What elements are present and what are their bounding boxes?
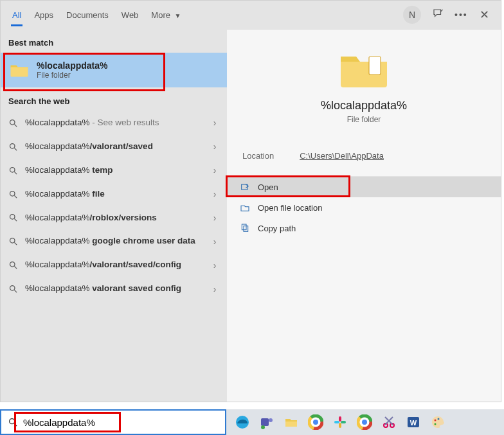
- details-column: %localappdata% File folder Location C:\U…: [227, 29, 501, 402]
- action-icon: [240, 202, 250, 213]
- svg-point-46: [435, 423, 437, 425]
- svg-line-3: [14, 148, 17, 150]
- detail-title: %localappdata%: [240, 99, 488, 112]
- svg-line-11: [14, 243, 17, 245]
- results-column: Best match %localappdata% File folder Se…: [1, 29, 227, 402]
- svg-point-30: [313, 420, 318, 425]
- web-result-item[interactable]: %localappdata%/valorant/saved›: [1, 135, 227, 159]
- feedback-icon[interactable]: [431, 8, 444, 22]
- svg-rect-32: [334, 421, 339, 423]
- web-result-item[interactable]: %localappdata%/roblox/versions›: [1, 206, 227, 230]
- location-label: Location: [242, 151, 274, 161]
- tab-documents[interactable]: Documents: [60, 4, 115, 26]
- search-web-header: Search the web: [1, 87, 227, 111]
- web-results-list: %localappdata% - See web results›%locala…: [1, 111, 227, 301]
- web-result-text: %localappdata% google chrome user data: [25, 236, 204, 247]
- web-result-item[interactable]: %localappdata%/valorant/saved/config›: [1, 253, 227, 277]
- taskbar-chrome-alt-icon[interactable]: [355, 413, 374, 432]
- taskbar-paint-icon[interactable]: [428, 413, 447, 432]
- chevron-right-icon[interactable]: ›: [210, 260, 219, 271]
- web-result-item[interactable]: %localappdata% - See web results›: [1, 111, 227, 135]
- best-match-header: Best match: [1, 29, 227, 53]
- taskbar-slack-icon[interactable]: [330, 413, 350, 432]
- chevron-right-icon[interactable]: ›: [210, 236, 219, 247]
- svg-rect-19: [244, 226, 248, 232]
- taskbar-snip-icon[interactable]: [379, 413, 399, 432]
- action-open[interactable]: Open: [227, 177, 501, 197]
- web-result-text: %localappdata% - See web results: [25, 118, 204, 129]
- location-path[interactable]: C:\Users\Dell\AppData: [300, 151, 384, 161]
- chevron-right-icon[interactable]: ›: [210, 189, 219, 199]
- svg-point-4: [10, 167, 15, 172]
- action-icon: [240, 182, 250, 192]
- web-result-text: %localappdata%/valorant/saved/config: [25, 260, 204, 271]
- svg-text:W: W: [410, 419, 417, 427]
- tab-apps[interactable]: Apps: [28, 4, 60, 26]
- svg-point-6: [10, 191, 15, 196]
- best-match-subtitle: File folder: [37, 71, 107, 80]
- actions-list: OpenOpen file locationCopy path: [227, 177, 501, 238]
- svg-rect-33: [339, 423, 341, 428]
- web-result-item[interactable]: %localappdata% file›: [1, 182, 227, 206]
- action-label: Open file location: [258, 203, 322, 213]
- tab-more[interactable]: More ▼: [145, 4, 187, 26]
- web-result-item[interactable]: %localappdata% google chrome user data›: [1, 229, 227, 253]
- web-result-item[interactable]: %localappdata% temp›: [1, 159, 227, 182]
- tab-all[interactable]: All: [6, 4, 28, 26]
- svg-point-25: [261, 425, 265, 429]
- user-avatar[interactable]: N: [403, 6, 421, 24]
- search-icon: [8, 166, 19, 175]
- close-icon[interactable]: ✕: [478, 8, 491, 22]
- chevron-down-icon: ▼: [175, 12, 181, 19]
- chevron-right-icon[interactable]: ›: [210, 213, 219, 223]
- folder-large-icon: [338, 49, 390, 90]
- action-icon: [240, 223, 250, 233]
- search-bar[interactable]: [0, 409, 226, 435]
- web-result-item[interactable]: %localappdata% valorant saved config›: [1, 277, 227, 301]
- svg-line-15: [14, 290, 17, 292]
- web-result-text: %localappdata% valorant saved config: [25, 283, 204, 294]
- taskbar-teams-icon[interactable]: [257, 413, 276, 432]
- taskbar-explorer-icon[interactable]: [282, 413, 301, 432]
- svg-rect-23: [261, 418, 269, 426]
- tab-web[interactable]: Web: [115, 4, 145, 26]
- web-result-text: %localappdata% file: [25, 189, 204, 200]
- best-match-result[interactable]: %localappdata% File folder: [1, 53, 227, 87]
- taskbar: W: [226, 409, 504, 435]
- more-options-icon[interactable]: •••: [455, 10, 467, 20]
- chevron-right-icon[interactable]: ›: [210, 284, 219, 294]
- svg-point-14: [10, 286, 15, 291]
- tab-more-label: More: [151, 10, 170, 20]
- action-open-file-location[interactable]: Open file location: [227, 197, 501, 218]
- action-label: Copy path: [258, 224, 296, 233]
- taskbar-edge-icon[interactable]: [233, 413, 252, 432]
- svg-line-1: [14, 124, 17, 127]
- chevron-right-icon[interactable]: ›: [210, 141, 219, 152]
- search-icon: [8, 213, 19, 222]
- search-icon: [8, 236, 19, 246]
- svg-point-44: [435, 420, 437, 422]
- search-icon: [8, 118, 19, 128]
- svg-point-20: [10, 419, 15, 424]
- svg-point-10: [10, 238, 15, 244]
- action-copy-path[interactable]: Copy path: [227, 218, 501, 238]
- search-icon: [8, 190, 19, 199]
- web-result-text: %localappdata%/roblox/versions: [25, 213, 204, 224]
- tabs-row: All Apps Documents Web More ▼ N ••• ✕: [1, 1, 501, 29]
- taskbar-chrome-icon[interactable]: [306, 413, 325, 432]
- chevron-right-icon[interactable]: ›: [210, 165, 219, 175]
- svg-line-21: [14, 423, 17, 426]
- svg-point-2: [10, 143, 15, 148]
- search-icon: [8, 417, 18, 427]
- search-input[interactable]: [23, 417, 219, 428]
- svg-line-7: [14, 195, 17, 198]
- taskbar-word-icon[interactable]: W: [404, 413, 423, 432]
- best-match-title: %localappdata%: [37, 60, 107, 71]
- svg-point-39: [362, 420, 367, 425]
- detail-subtitle: File folder: [240, 115, 488, 124]
- search-icon: [8, 142, 19, 152]
- svg-rect-34: [341, 421, 346, 423]
- chevron-right-icon[interactable]: ›: [210, 118, 219, 128]
- title-controls: N ••• ✕: [403, 6, 496, 24]
- web-result-text: %localappdata%/valorant/saved: [25, 141, 204, 152]
